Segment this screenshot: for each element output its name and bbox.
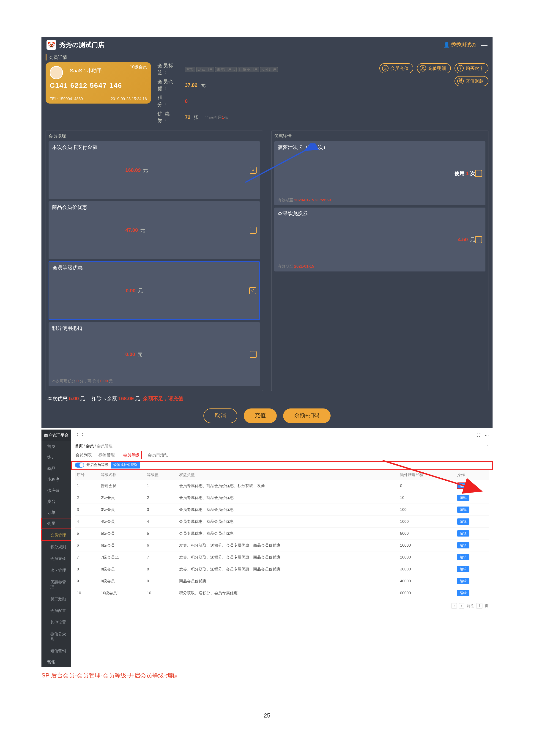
sidebar-item[interactable]: 短信营销 (41, 646, 71, 656)
sidebar-item[interactable]: 员工激励 (41, 594, 71, 604)
edit-button[interactable]: 编辑 (457, 518, 469, 525)
sidebar-item[interactable]: 商品 (41, 463, 71, 474)
coupons-label: 优 惠 券： (157, 110, 183, 124)
table-header: 序号 (75, 470, 99, 480)
pager-page[interactable]: 1 (476, 603, 482, 609)
discount-panel: 优惠详情 菠萝汁次卡（不限次）有效期至 2020-01-15 23:59:59使… (271, 131, 489, 391)
discount-row[interactable]: 菠萝汁次卡（不限次）有效期至 2020-01-15 23:59:59使用 1 次 (274, 141, 486, 205)
enable-level-label: 开启会员等级 (86, 463, 108, 467)
deduction-row[interactable]: 会员等级优惠0.00 元√ (49, 261, 260, 320)
checkbox-icon[interactable]: √ (250, 167, 256, 174)
points-label: 积 分： (157, 94, 183, 108)
member-tag: 常客 (185, 67, 196, 72)
cancel-button[interactable]: 取消 (203, 409, 237, 423)
more-icon[interactable]: ⋯ (485, 433, 489, 438)
member-card: 10级会员 SaaS♡小助手 C141 6212 5647 146 TEL: 1… (45, 62, 151, 103)
close-tab-icon[interactable]: × (487, 443, 489, 448)
edit-button[interactable]: 编辑 (457, 483, 469, 489)
table-row: 44级会员4会员专属优惠、商品会员价优惠1000编辑 (75, 516, 489, 527)
checkbox-icon[interactable] (250, 351, 256, 358)
buy-card-button[interactable]: 卡购买次卡 (455, 63, 489, 73)
fullscreen-icon[interactable]: ⛶ (476, 433, 481, 438)
edit-button[interactable]: 编辑 (457, 542, 469, 549)
deduction-row[interactable]: 积分使用抵扣本次可用积分 0 分，可抵消 0.00 元0.00 元 (49, 322, 260, 386)
admin-tab[interactable]: 标签管理 (98, 451, 115, 459)
pos-screenshot: 🤡 秀秀の测试门店 秀秀测试の — 会员详情 10级会员 SaaS♡小助手 C1… (41, 37, 493, 428)
admin-tabs: 会员列表标签管理会员等级会员日活动 (71, 451, 493, 461)
sidebar-item[interactable]: 微信公众号 (41, 629, 71, 645)
recharge-bottom-button[interactable]: 充值 (244, 409, 277, 423)
sidebar-item[interactable]: 供应链 (41, 485, 71, 496)
card-number: C141 6212 5647 146 (50, 82, 122, 89)
minimize-icon[interactable]: — (481, 41, 488, 49)
sidebar-item[interactable]: 统计 (41, 452, 71, 463)
admin-tab[interactable]: 会员日活动 (147, 451, 169, 459)
table-row: 55级会员5会员专属优惠、商品会员价优惠5000编辑 (75, 527, 489, 540)
table-header: 额外赠送经验 (398, 470, 455, 480)
sidebar-item[interactable]: 会员管理 (41, 530, 71, 541)
enable-level-toggle[interactable] (75, 463, 84, 468)
pager-next[interactable]: › (459, 603, 464, 609)
sidebar-item[interactable]: 小程序 (41, 474, 71, 485)
table-row: 77级会员117发券、积分获取、送积分、会员专属优惠、商品会员价优惠20000编… (75, 552, 489, 563)
recharge-log-button[interactable]: 充充值明细 (417, 63, 451, 73)
member-name: SaaS♡小助手 (66, 68, 102, 74)
discount-row[interactable]: xx果饮兑换券有效期至 2021-01-15-4.50 元 (274, 207, 486, 271)
table-header: 等级名称 (99, 470, 145, 480)
deduction-panel: 会员抵现 本次会员卡支付金额168.09 元√商品会员价优惠47.00 元会员等… (45, 131, 263, 391)
sidebar-item[interactable]: 桌台 (41, 496, 71, 507)
checkbox-icon[interactable] (250, 227, 256, 234)
card-tel: TEL: 15900414889 (50, 97, 83, 101)
pager: ‹ › 前往 1 页 (71, 599, 493, 613)
checkbox-icon[interactable] (475, 236, 482, 243)
edit-button[interactable]: 编辑 (457, 566, 469, 572)
checkbox-icon[interactable]: √ (249, 287, 256, 294)
store-logo-icon: 🤡 (46, 40, 56, 50)
deduction-row[interactable]: 本次会员卡支付金额168.09 元√ (49, 141, 260, 199)
edit-button[interactable]: 编辑 (457, 530, 469, 536)
edit-button[interactable]: 编辑 (457, 578, 469, 584)
balance-value: 37.82 (185, 82, 198, 88)
sidebar-item[interactable]: 优惠券管理 (41, 577, 71, 593)
totals-line: 本次优惠 5.00 元 扣除卡余额 168.09 元 余额不足，请充值 (41, 395, 493, 406)
sidebar-item[interactable]: 营销 (41, 656, 71, 667)
recharge-icon: 充 (382, 65, 388, 71)
edit-button[interactable]: 编辑 (457, 590, 469, 596)
sidebar-item[interactable]: 积分规则 (41, 542, 71, 552)
balance-scan-button[interactable]: 余额+扫码 (283, 409, 330, 423)
sidebar-item[interactable]: 首页 (41, 441, 71, 452)
checkbox-icon[interactable] (475, 170, 482, 177)
member-tag: 青年用户… (215, 67, 237, 72)
sidebar-item[interactable]: 会员配置 (41, 605, 71, 616)
table-row: 1普通会员1会员专属优惠、商品会员价优惠、积分获取、发券0编辑 (75, 480, 489, 492)
tags-label: 会员标签： (157, 62, 183, 76)
sidebar-item[interactable]: 会员 (41, 518, 71, 529)
growth-rule-button[interactable]: 设置成长值规则 (111, 461, 140, 469)
table-row: 33级会员3会员专属优惠、商品会员价优惠100编辑 (75, 504, 489, 516)
pager-prev[interactable]: ‹ (451, 603, 457, 609)
level-toolbar: 开启会员等级 设置成长值规则 (71, 461, 493, 470)
table-header: 权益类型 (177, 470, 398, 480)
sidebar-item[interactable]: 订单 (41, 507, 71, 518)
table-row: 22级会员2会员专属优惠、商品会员价优惠10编辑 (75, 492, 489, 504)
points-value: 0 (185, 98, 188, 104)
edit-button[interactable]: 编辑 (457, 495, 469, 501)
admin-tab[interactable]: 会员等级 (121, 451, 142, 459)
deduction-row[interactable]: 商品会员价优惠47.00 元 (49, 202, 260, 259)
breadcrumb: 首页 / 会员 / 会员管理 × (71, 441, 493, 451)
refund-button[interactable]: 退充值退款 (455, 76, 489, 86)
edit-button[interactable]: 编辑 (457, 554, 469, 560)
level-table: 序号等级名称等级值权益类型额外赠送经验操作 1普通会员1会员专属优惠、商品会员价… (75, 470, 489, 599)
operator-label[interactable]: 秀秀测试の (443, 41, 476, 48)
table-row: 1010级会员110积分获取、送积分、会员专属优惠00000编辑 (75, 587, 489, 599)
deduction-panel-title: 会员抵现 (49, 133, 260, 139)
sidebar-item[interactable]: 次卡管理 (41, 565, 71, 576)
coupons-value: 72 (185, 114, 190, 120)
sidebar-item[interactable]: 其他设置 (41, 617, 71, 628)
recharge-button[interactable]: 充会员充值 (379, 63, 413, 73)
grid-icon[interactable]: ⋮⋮ (75, 432, 85, 438)
admin-tab[interactable]: 会员列表 (75, 451, 92, 459)
card-icon: 卡 (457, 65, 464, 71)
sidebar-item[interactable]: 会员充值 (41, 553, 71, 564)
edit-button[interactable]: 编辑 (457, 506, 469, 513)
